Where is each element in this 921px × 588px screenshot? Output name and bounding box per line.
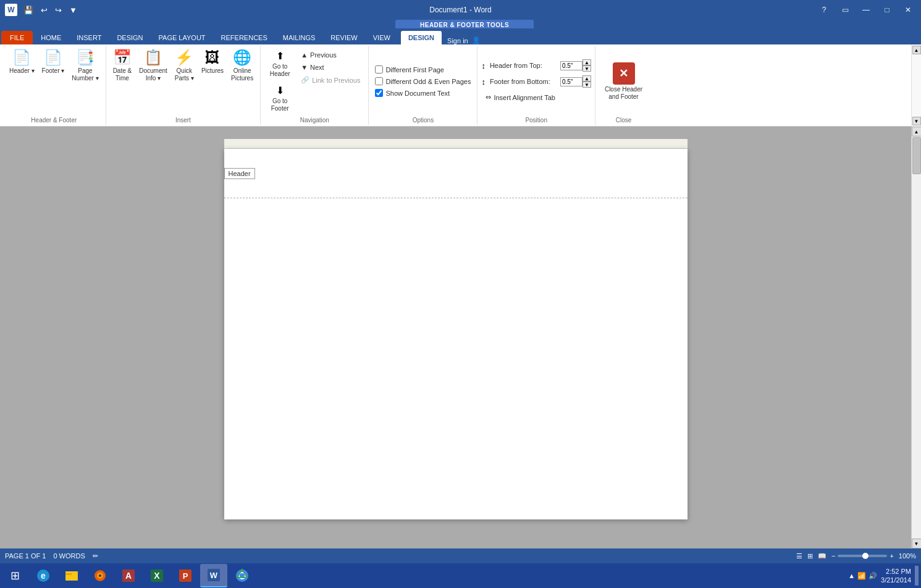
- signin-text[interactable]: Sign in: [447, 37, 468, 44]
- tab-design[interactable]: DESIGN: [109, 31, 150, 44]
- scroll-track[interactable]: [912, 136, 921, 539]
- taskbar-firefox[interactable]: [86, 564, 114, 587]
- clock-time: 2:52 PM: [881, 567, 911, 576]
- insert-alignment-tab-button[interactable]: ⇔ Insert Alignment Tab: [481, 91, 591, 103]
- view-layout-icon[interactable]: ⊞: [807, 552, 813, 560]
- goto-col: ⬆ Go toHeader ⬇ Go toFooter: [264, 47, 295, 116]
- zoom-level[interactable]: 100%: [899, 552, 916, 560]
- account-icon[interactable]: 👤: [472, 36, 481, 44]
- help-button[interactable]: ?: [816, 2, 832, 18]
- header-from-top-spinner[interactable]: ▲ ▼: [560, 59, 591, 72]
- quick-parts-button[interactable]: ⚡ QuickParts ▾: [172, 47, 197, 84]
- taskbar-word[interactable]: W: [200, 564, 227, 587]
- scroll-up-button[interactable]: ▲: [912, 127, 922, 136]
- view-normal-icon[interactable]: ☰: [796, 552, 802, 560]
- show-document-text-option[interactable]: Show Document Text: [372, 88, 452, 98]
- volume-icon[interactable]: 🔊: [868, 572, 877, 580]
- previous-button[interactable]: ▲ Previous: [296, 49, 364, 61]
- quick-parts-icon: ⚡: [175, 49, 193, 66]
- ribbon-scroll-up[interactable]: ▲: [912, 46, 921, 54]
- different-first-page-option[interactable]: Different First Page: [372, 64, 447, 75]
- goto-header-icon: ⬆: [276, 50, 284, 62]
- maximize-button[interactable]: □: [879, 2, 895, 18]
- document-area[interactable]: Header: [0, 127, 911, 548]
- minimize-button[interactable]: —: [858, 2, 874, 18]
- svg-text:W: W: [210, 571, 218, 580]
- tab-view[interactable]: VIEW: [366, 31, 398, 44]
- tab-references[interactable]: REFERENCES: [214, 31, 275, 44]
- redo-quick-btn[interactable]: ↪: [53, 4, 64, 16]
- show-hidden-icons[interactable]: ▲: [848, 572, 855, 579]
- close-button[interactable]: ✕: [900, 2, 916, 18]
- taskbar-chrome[interactable]: [229, 564, 256, 587]
- header-footer-group-label: Header & Footer: [31, 117, 77, 125]
- taskbar-excel[interactable]: X: [143, 564, 170, 587]
- footer-spin-up[interactable]: ▲: [582, 75, 591, 82]
- taskbar-ie[interactable]: e: [30, 564, 57, 587]
- tab-hf-design[interactable]: DESIGN: [401, 31, 442, 44]
- tab-insert[interactable]: INSERT: [69, 31, 109, 44]
- zoom-track[interactable]: [838, 555, 887, 557]
- footer-spin-down[interactable]: ▼: [582, 82, 591, 88]
- different-first-page-label: Different First Page: [385, 66, 444, 74]
- pictures-button[interactable]: 🖼 Pictures: [198, 47, 227, 77]
- ribbon-container: 📄 Header ▾ 📄 Footer ▾ 📑 PageNumber ▾ Hea…: [0, 44, 921, 127]
- context-tab-bar: HEADER & FOOTER TOOLS: [0, 20, 921, 28]
- header-from-top-icon: ↕: [481, 61, 486, 70]
- position-group-label: Position: [525, 117, 547, 125]
- close-header-footer-button[interactable]: ✕ Close Headerand Footer: [599, 59, 648, 104]
- header-spin-up[interactable]: ▲: [582, 59, 591, 65]
- different-odd-even-option[interactable]: Different Odd & Even Pages: [372, 76, 473, 86]
- taskbar-explorer[interactable]: [58, 564, 85, 587]
- footer-from-bottom-input[interactable]: [560, 77, 582, 86]
- different-first-page-checkbox[interactable]: [375, 65, 383, 74]
- link-to-previous-button[interactable]: 🔗 Link to Previous: [296, 74, 364, 86]
- taskbar-clock[interactable]: 2:52 PM 3/21/2014: [881, 567, 911, 585]
- footer-from-bottom-icon: ↕: [481, 77, 486, 86]
- tab-home[interactable]: HOME: [33, 31, 69, 44]
- footer-button[interactable]: 📄 Footer ▾: [39, 47, 68, 77]
- ribbon-scroll-down[interactable]: ▼: [912, 117, 921, 125]
- zoom-slider[interactable]: − +: [831, 552, 894, 560]
- show-document-text-checkbox[interactable]: [375, 89, 383, 97]
- tab-file[interactable]: FILE: [1, 31, 33, 44]
- header-button[interactable]: 📄 Header ▾: [6, 47, 38, 77]
- position-group: ↕ Header from Top: ▲ ▼ ↕ Footer from Bot…: [477, 46, 595, 125]
- undo-quick-btn[interactable]: ↩: [38, 4, 50, 16]
- scroll-thumb[interactable]: [912, 137, 921, 174]
- previous-label: Previous: [310, 51, 337, 59]
- header-zone[interactable]: Header: [224, 149, 688, 198]
- zoom-plus[interactable]: +: [889, 552, 893, 560]
- footer-from-bottom-spinner[interactable]: ▲ ▼: [560, 75, 591, 88]
- header-from-top-input[interactable]: [560, 61, 582, 70]
- scroll-down-button[interactable]: ▼: [912, 539, 922, 548]
- goto-header-button[interactable]: ⬆ Go toHeader: [264, 47, 295, 81]
- online-pictures-button[interactable]: 🌐 OnlinePictures: [228, 47, 256, 84]
- alignment-tab-label: Insert Alignment Tab: [494, 94, 555, 101]
- page-number-button[interactable]: 📑 PageNumber ▾: [69, 47, 101, 84]
- navigation-group-content: ⬆ Go toHeader ⬇ Go toFooter ▲ Previous: [264, 47, 364, 116]
- goto-footer-button[interactable]: ⬇ Go toFooter: [264, 82, 295, 116]
- different-odd-even-checkbox[interactable]: [375, 77, 383, 85]
- navigation-group-label: Navigation: [300, 117, 329, 125]
- next-button[interactable]: ▼ Next: [296, 62, 364, 73]
- tab-page-layout[interactable]: PAGE LAYOUT: [151, 31, 213, 44]
- view-read-icon[interactable]: 📖: [818, 552, 826, 560]
- customize-quick-btn[interactable]: ▼: [67, 4, 80, 16]
- tab-review[interactable]: REVIEW: [323, 31, 364, 44]
- start-button[interactable]: ⊞: [2, 563, 27, 588]
- header-spin-down[interactable]: ▼: [582, 65, 591, 72]
- document-body[interactable]: [224, 198, 688, 519]
- taskbar-powerpoint[interactable]: P: [172, 564, 199, 587]
- edit-mode-icon: ✏: [93, 552, 98, 560]
- zoom-thumb[interactable]: [862, 553, 868, 559]
- title-bar-left: W 💾 ↩ ↪ ▼: [5, 4, 80, 16]
- date-time-button[interactable]: 📅 Date &Time: [110, 47, 135, 84]
- save-quick-btn[interactable]: 💾: [21, 4, 36, 16]
- taskbar-access[interactable]: A: [115, 564, 142, 587]
- tab-mailings[interactable]: MAILINGS: [275, 31, 323, 44]
- document-info-button[interactable]: 📋 DocumentInfo ▾: [136, 47, 170, 84]
- zoom-minus[interactable]: −: [831, 552, 835, 560]
- show-desktop-button[interactable]: [915, 566, 919, 586]
- restore-ribbon-button[interactable]: ▭: [837, 2, 853, 18]
